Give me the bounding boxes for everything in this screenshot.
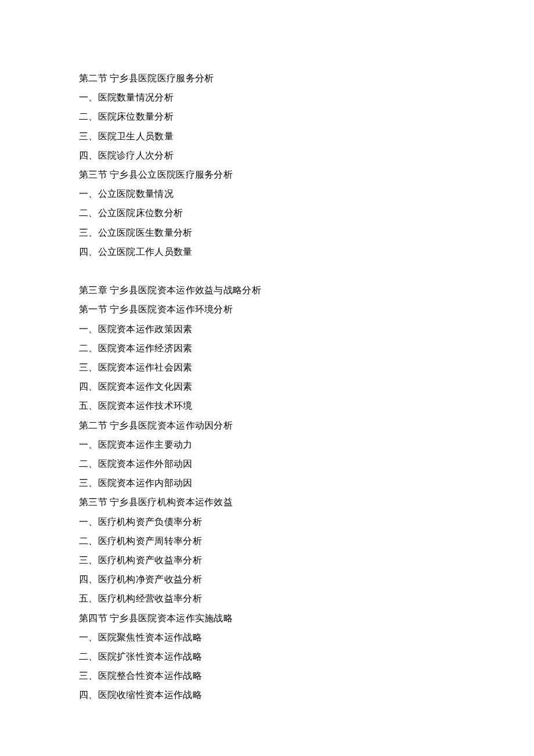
toc-line: 二、医院床位数量分析 — [79, 107, 534, 126]
toc-line: 第四节 宁乡县医院资本运作实施战略 — [79, 609, 534, 628]
toc-line: 四、医院资本运作文化因素 — [79, 377, 534, 396]
toc-line: 四、医疗机构净资产收益分析 — [79, 570, 534, 589]
toc-line: 三、医院整合性资本运作战略 — [79, 666, 534, 685]
toc-line: 第三节 宁乡县公立医院医疗服务分析 — [79, 165, 534, 184]
toc-line: 一、医院资本运作政策因素 — [79, 319, 534, 339]
toc-line: 第二节 宁乡县医院医疗服务分析 — [79, 69, 534, 88]
toc-line: 第三节 宁乡县医疗机构资本运作效益 — [79, 492, 534, 512]
toc-line: 三、医院卫生人员数量 — [79, 127, 534, 146]
toc-line: 二、公立医院床位数分析 — [79, 203, 534, 222]
toc-line: 三、医院资本运作内部动因 — [79, 473, 534, 492]
toc-line: 一、医院数量情况分析 — [79, 88, 534, 107]
toc-line: 一、医疗机构资产负债率分析 — [79, 512, 534, 531]
toc-line: 一、医院聚焦性资本运作战略 — [79, 628, 534, 647]
toc-line: 二、医院资本运作经济因素 — [79, 339, 534, 358]
toc-line: 四、公立医院工作人员数量 — [79, 242, 534, 261]
toc-line: 四、医院诊疗人次分析 — [79, 146, 534, 165]
toc-line: 三、医院资本运作社会因素 — [79, 358, 534, 377]
toc-line: 三、公立医院医生数量分析 — [79, 223, 534, 242]
toc-line: 五、医院资本运作技术环境 — [79, 396, 534, 415]
toc-line: 四、医院收缩性资本运作战略 — [79, 685, 534, 704]
toc-line: 二、医疗机构资产周转率分析 — [79, 531, 534, 550]
toc-line: 二、医院资本运作外部动因 — [79, 454, 534, 473]
toc-line: 一、医院资本运作主要动力 — [79, 435, 534, 454]
toc-line: 一、公立医院数量情况 — [79, 184, 534, 203]
toc-line: 第三章 宁乡县医院资本运作效益与战略分析 — [79, 280, 534, 300]
toc-line: 第一节 宁乡县医院资本运作环境分析 — [79, 300, 534, 319]
toc-line: 三、医疗机构资产收益率分析 — [79, 550, 534, 570]
toc-line: 第二节 宁乡县医院资本运作动因分析 — [79, 416, 534, 435]
toc-line: 五、医疗机构经营收益率分析 — [79, 589, 534, 608]
toc-line: 二、医院扩张性资本运作战略 — [79, 647, 534, 666]
blank-line — [79, 261, 534, 280]
document-page: 第二节 宁乡县医院医疗服务分析 一、医院数量情况分析 二、医院床位数量分析 三、… — [0, 0, 534, 705]
